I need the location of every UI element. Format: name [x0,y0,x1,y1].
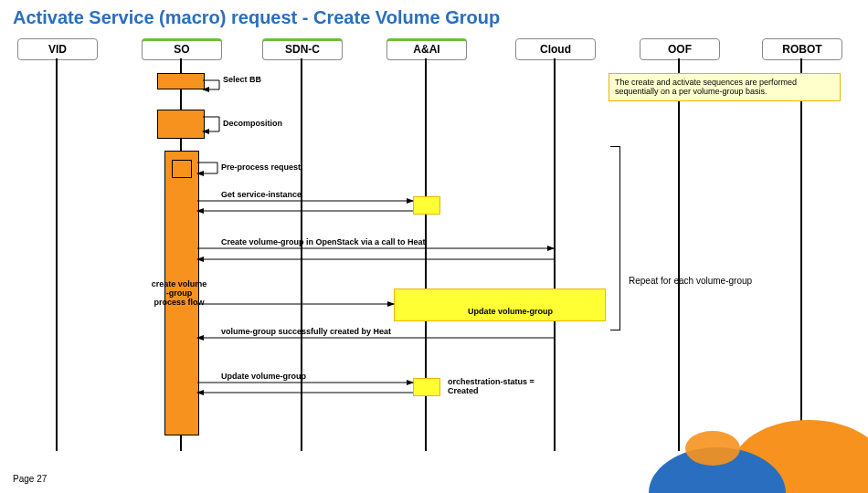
hl-get-svc [413,196,440,215]
hl-update-vg2 [413,378,440,396]
lbl-proc-flow: create volume -group process flow [133,280,225,308]
repeat-label: Repeat for each volume-group [629,276,752,286]
page-number: Page 27 [13,474,47,484]
lane-sdnc: SDN-C [262,38,343,60]
lifeline-robot [800,58,802,451]
decor-cloud-small [685,431,740,466]
hl-update-vg [394,288,606,321]
exec-decomp [157,110,205,139]
lane-aai: A&AI [386,38,467,60]
lbl-preproc: Pre-process request [221,163,301,172]
lane-so: SO [142,38,222,60]
lbl-proc-flow-l2: -group [166,288,193,298]
lbl-heat-ok: volume-group successfully created by Hea… [221,327,391,336]
lbl-get-svc: Get service-instance [221,190,302,199]
lbl-create-heat: Create volume-group in OpenStack via a c… [221,237,426,246]
lbl-orch-status: orchestration-status = Created [448,378,557,396]
exec-preproc [172,160,192,178]
sequence-diagram: Activate Service (macro) request - Creat… [0,0,868,493]
lane-oof: OOF [640,38,720,60]
page-title: Activate Service (macro) request - Creat… [13,7,500,28]
lifeline-sdnc [301,58,302,451]
lifeline-oof [678,58,680,451]
lane-robot: ROBOT [762,38,842,60]
lbl-update-vg2: Update volume-group [221,372,306,381]
lbl-proc-flow-l1: create volume [152,279,207,288]
lbl-proc-flow-l3: process flow [153,298,204,307]
lane-vid: VID [17,38,98,60]
lbl-select-bb: Select BB [223,75,261,84]
exec-select-bb [157,73,205,89]
lbl-update-vg: Update volume-group [468,307,553,316]
lifeline-vid [56,58,58,451]
repeat-bracket [610,146,620,330]
lane-cloud: Cloud [515,38,596,60]
lbl-decomp: Decomposition [223,119,282,128]
note-sequential: The create and activate sequences are pe… [609,73,841,101]
